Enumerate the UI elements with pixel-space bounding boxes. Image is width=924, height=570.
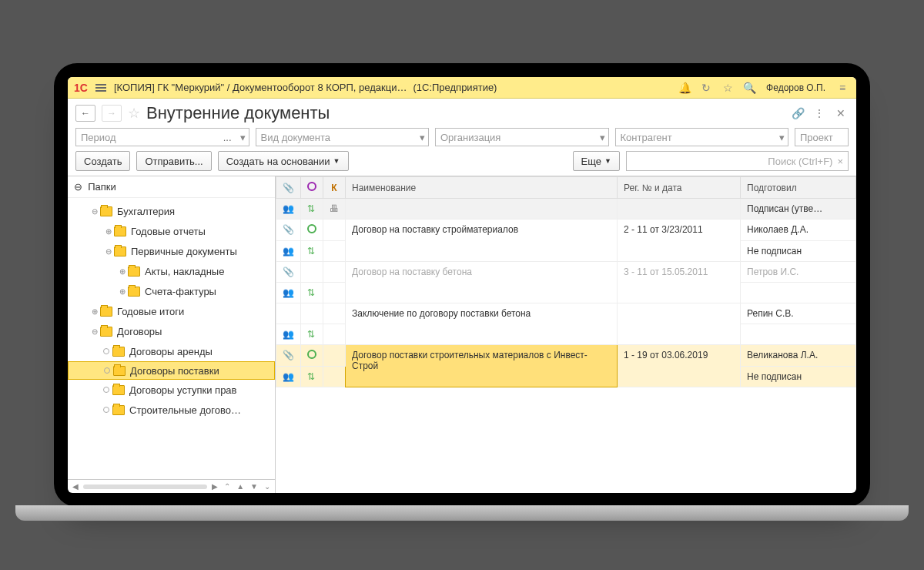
create-button[interactable]: Создать — [75, 151, 130, 171]
folder-icon — [128, 267, 140, 277]
doc-regdate — [618, 303, 741, 345]
back-button[interactable]: ← — [75, 105, 95, 122]
kebab-icon[interactable]: ⋮ — [812, 106, 827, 121]
tree-item[interactable]: ⊖Договоры — [68, 321, 275, 341]
tree-tool-icon[interactable]: ⌃ — [223, 482, 232, 491]
search-box[interactable]: Поиск (Ctrl+F)× — [626, 151, 849, 171]
tree-item[interactable]: Строительные догово… — [68, 400, 275, 420]
tree-tool2-icon[interactable]: ⌄ — [263, 482, 272, 491]
col-prepared[interactable]: Подготовил — [741, 177, 856, 199]
route-icon: ⇅ — [307, 203, 315, 214]
status-green-icon — [307, 350, 316, 359]
folder-icon — [100, 327, 112, 337]
tree-item[interactable]: Договоры аренды — [68, 341, 275, 361]
user-name[interactable]: Федоров О.П. — [763, 82, 829, 93]
folder-icon — [112, 347, 125, 357]
link-icon[interactable]: 🔗 — [790, 106, 805, 121]
favorite-icon[interactable]: ☆ — [128, 105, 140, 122]
clear-search-icon[interactable]: × — [837, 156, 843, 167]
folder-icon — [114, 226, 126, 236]
table-row[interactable]: 📎Договор на поставку бетона3 - 11 от 15.… — [276, 262, 856, 283]
col-regdate[interactable]: Рег. № и дата — [618, 177, 741, 199]
doc-regdate: 2 - 11 от 3/23/2011 — [618, 220, 741, 262]
tree-item[interactable]: ⊖Бухгалтерия — [68, 201, 275, 221]
people-icon: 👥 — [283, 287, 294, 298]
tree-item-label: Договоры поставки — [130, 365, 219, 377]
folder-icon — [128, 287, 140, 297]
paperclip-icon: 📎 — [283, 224, 294, 235]
tree-item-label: Первичные документы — [131, 246, 237, 257]
col-k[interactable]: К — [323, 177, 346, 199]
doc-name: Договор поставки строительных материалов… — [346, 345, 618, 387]
people-icon: 👥 — [283, 246, 294, 256]
tree-item[interactable]: ⊕Годовые отчеты — [68, 221, 275, 241]
search-icon[interactable]: 🔍 — [742, 80, 757, 96]
col-signed[interactable]: Подписан (утве… — [741, 199, 856, 220]
tree-down-icon[interactable]: ▼ — [249, 482, 259, 491]
print-icon: 🖶 — [330, 203, 339, 214]
title-bar: 1C [КОПИЯ] ГК "Меркурий" / Документообор… — [68, 77, 856, 99]
page-title: Внутренние документы — [146, 103, 330, 123]
route-icon: ⇅ — [307, 329, 315, 340]
more-button[interactable]: Еще ▼ — [573, 151, 620, 171]
folder-icon — [112, 405, 125, 415]
close-icon[interactable]: ✕ — [833, 106, 849, 121]
table-row[interactable]: Заключение по договору поставки бетонаРе… — [276, 303, 856, 324]
create-based-button[interactable]: Создать на основании ▼ — [218, 151, 349, 171]
tree-item[interactable]: ⊕Счета-фактуры — [68, 281, 275, 301]
status-green-icon — [307, 224, 316, 233]
route-icon: ⇅ — [307, 246, 315, 256]
status-circle-icon — [307, 182, 316, 191]
filter-doctype[interactable]: Вид документа▾ — [256, 128, 430, 146]
history-icon[interactable]: ↻ — [698, 80, 714, 96]
doc-regdate: 1 - 19 от 03.06.2019 — [618, 345, 741, 387]
filter-counterparty[interactable]: Контрагент▾ — [615, 128, 789, 146]
tree-item-label: Годовые отчеты — [131, 226, 206, 237]
app-logo: 1C — [74, 82, 88, 94]
col-attach[interactable]: 📎 — [276, 177, 301, 199]
doc-name: Договор на поставку стройматериалов — [346, 220, 618, 262]
doc-signed: Не подписан — [741, 241, 856, 262]
app-mode: (1С:Предприятие) — [413, 82, 497, 93]
tree-item-label: Счета-фактуры — [145, 286, 216, 297]
filter-org[interactable]: Организация▾ — [435, 128, 609, 146]
tree-item[interactable]: ⊖Первичные документы — [68, 241, 275, 261]
star-icon[interactable]: ☆ — [720, 80, 735, 96]
forward-button[interactable]: → — [102, 105, 122, 122]
tree-item[interactable]: ⊕Акты, накладные — [68, 261, 275, 281]
tree-item-label: Бухгалтерия — [117, 206, 175, 217]
people-icon: 👥 — [283, 329, 294, 340]
col-status[interactable] — [301, 177, 323, 199]
tree-collapse-icon[interactable]: ⊖ — [74, 181, 82, 193]
tree-root[interactable]: Папки — [88, 181, 116, 193]
menu-icon[interactable] — [94, 82, 108, 93]
scroll-left-icon[interactable]: ◀ — [71, 482, 80, 491]
document-table-pane: 📎 К Наименование Рег. № и дата Подготови… — [276, 176, 856, 493]
people-icon: 👥 — [283, 203, 294, 214]
tree-up-icon[interactable]: ▲ — [235, 482, 246, 491]
table-row[interactable]: 📎Договор на поставку стройматериалов2 - … — [276, 220, 856, 241]
user-menu-icon[interactable]: ≡ — [835, 80, 850, 96]
bell-icon[interactable]: 🔔 — [677, 80, 692, 96]
folder-icon — [113, 366, 126, 376]
window-title: [КОПИЯ] ГК "Меркурий" / Документооборот … — [114, 82, 407, 93]
paperclip-icon: 📎 — [283, 267, 294, 277]
scroll-right-icon[interactable]: ▶ — [210, 482, 219, 491]
tree-item[interactable]: ⊕Годовые итоги — [68, 301, 275, 321]
filter-period[interactable]: Период▾ — [75, 128, 249, 146]
folder-icon — [112, 385, 125, 395]
send-button[interactable]: Отправить... — [136, 151, 211, 171]
tree-item[interactable]: Договоры уступки прав — [68, 380, 275, 400]
filter-bar: Период▾ Вид документа▾ Организация▾ Конт… — [68, 128, 856, 151]
doc-regdate: 3 - 11 от 15.05.2011 — [618, 262, 741, 303]
doc-prepared: Николаев Д.А. — [741, 220, 856, 241]
filter-project[interactable]: Проект — [795, 128, 849, 146]
doc-name: Заключение по договору поставки бетона — [346, 303, 618, 345]
col-name[interactable]: Наименование — [346, 177, 618, 199]
table-row[interactable]: 📎Договор поставки строительных материало… — [276, 345, 856, 367]
doc-prepared: Петров И.С. — [741, 262, 856, 283]
tree-item[interactable]: Договоры поставки — [68, 361, 275, 380]
tree-item-label: Договоры аренды — [129, 346, 213, 357]
paperclip-icon: 📎 — [283, 350, 294, 360]
folder-icon — [100, 206, 112, 216]
